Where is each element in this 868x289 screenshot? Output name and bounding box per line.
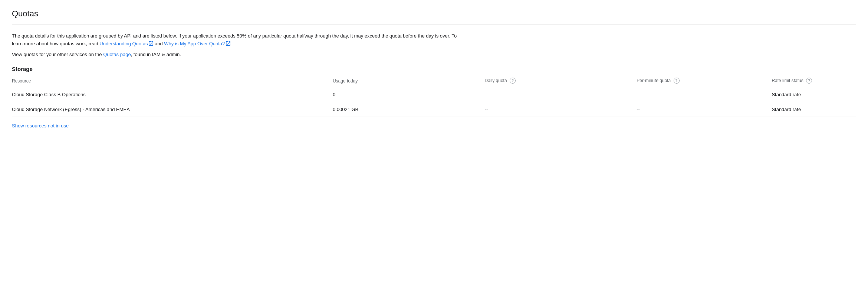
description-line1: The quota details for this application a… (12, 32, 457, 48)
table-row: Cloud Storage Class B Operations 0 -- --… (12, 87, 856, 102)
perminute-quota-cell-0: -- (637, 87, 772, 102)
table-header-row: Resource Usage today Daily quota ? Per-m… (12, 75, 856, 87)
rate-limit-help-icon[interactable]: ? (806, 78, 812, 84)
storage-section-title: Storage (12, 66, 856, 72)
daily-quota-cell-1: -- (485, 102, 637, 117)
perminute-quota-help-icon[interactable]: ? (674, 78, 680, 84)
rate-limit-status-cell-1: Standard rate (772, 102, 856, 117)
resource-cell-0: Cloud Storage Class B Operations (12, 87, 333, 102)
col-header-resource: Resource (12, 75, 333, 87)
rate-limit-status-cell-0: Standard rate (772, 87, 856, 102)
description-text-before-link1: The quota details for this application a… (12, 33, 457, 46)
usage-today-cell-1: 0.00021 GB (333, 102, 485, 117)
daily-quota-help-icon[interactable]: ? (510, 78, 516, 84)
show-resources-not-in-use-link[interactable]: Show resources not in use (12, 123, 69, 129)
description-line2: View quotas for your other services on t… (12, 51, 457, 59)
description-text-after-link3: , found in IAM & admin. (131, 52, 181, 57)
why-over-quota-link[interactable]: Why is My App Over Quota? (164, 41, 230, 46)
page-container: Quotas The quota details for this applic… (0, 0, 868, 137)
col-header-rate-limit-status: Rate limit status ? (772, 75, 856, 87)
col-header-daily-quota: Daily quota ? (485, 75, 637, 87)
col-header-perminute-quota: Per-minute quota ? (637, 75, 772, 87)
quotas-page-link[interactable]: Quotas page (103, 52, 131, 57)
col-header-usage-today: Usage today (333, 75, 485, 87)
page-title: Quotas (12, 9, 856, 19)
description-text-before-link3: View quotas for your other services on t… (12, 52, 103, 57)
description-between: and (153, 41, 164, 46)
resource-cell-1: Cloud Storage Network (Egress) - America… (12, 102, 333, 117)
perminute-quota-cell-1: -- (637, 102, 772, 117)
usage-today-cell-0: 0 (333, 87, 485, 102)
understanding-quotas-link[interactable]: Understanding Quotas (99, 41, 153, 46)
table-row: Cloud Storage Network (Egress) - America… (12, 102, 856, 117)
external-link-icon-2 (226, 41, 230, 46)
divider (12, 25, 856, 25)
quotas-table: Resource Usage today Daily quota ? Per-m… (12, 75, 856, 117)
daily-quota-cell-0: -- (485, 87, 637, 102)
external-link-icon-1 (149, 41, 153, 46)
